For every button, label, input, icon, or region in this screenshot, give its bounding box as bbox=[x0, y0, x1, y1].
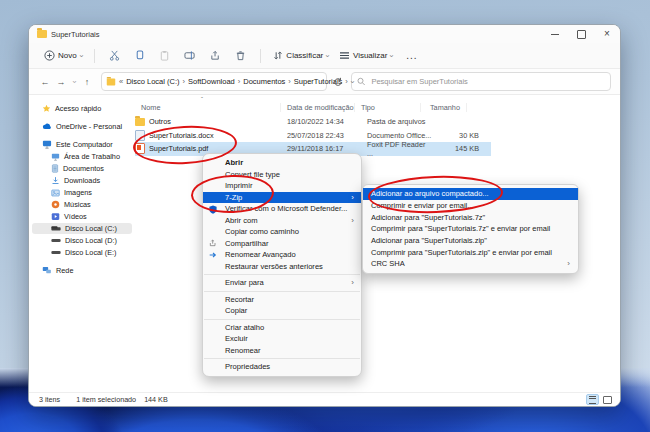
sidebar-item-este-computador[interactable]: Este Computador bbox=[32, 139, 132, 150]
menu-item-restaurar-versoes[interactable]: Restaurar versões anteriores bbox=[203, 261, 361, 273]
items-count: 3 itens bbox=[39, 395, 60, 404]
share-icon bbox=[209, 239, 217, 247]
up-button[interactable]: ↑ bbox=[79, 77, 95, 87]
new-button-label: Novo bbox=[58, 51, 77, 60]
breadcrumb-separator: › bbox=[288, 77, 291, 86]
menu-item-enviar-para[interactable]: Enviar para › bbox=[203, 277, 361, 289]
7zip-submenu: Adicionar ao arquivo compactado... Compr… bbox=[362, 184, 579, 274]
paste-button[interactable] bbox=[152, 47, 177, 64]
minimize-icon bbox=[551, 34, 559, 35]
sidebar-item-videos[interactable]: Vídeos bbox=[32, 211, 132, 222]
submenu-item-crc-sha[interactable]: CRC SHA › bbox=[363, 258, 578, 270]
sidebar-item-area-de-trabalho[interactable]: Área de Trabalho bbox=[32, 151, 132, 162]
refresh-button[interactable] bbox=[333, 77, 343, 87]
menu-item-convert-file-type[interactable]: Convert file type bbox=[203, 169, 361, 181]
menu-item-abrir-com[interactable]: Abrir com › bbox=[203, 215, 361, 227]
view-button[interactable]: Visualizar › bbox=[334, 48, 398, 63]
menu-item-copiar-como-caminho[interactable]: Copiar como caminho bbox=[203, 226, 361, 238]
document-icon bbox=[51, 164, 59, 173]
sidebar-item-documentos[interactable]: Documentos bbox=[32, 163, 132, 174]
music-icon bbox=[51, 200, 60, 209]
submenu-item-comprimir-zip-email[interactable]: Comprimir para "SuperTutoriais.zip" e en… bbox=[363, 246, 578, 258]
file-type: Foxit PDF Reader ... bbox=[361, 140, 433, 158]
cut-button[interactable] bbox=[102, 47, 127, 64]
network-icon bbox=[42, 266, 52, 275]
column-header-data[interactable]: Data de modificação bbox=[281, 103, 355, 112]
rename-button[interactable] bbox=[177, 47, 203, 64]
menu-item-renomear-avancado[interactable]: Renomear Avançado bbox=[203, 249, 361, 261]
breadcrumb-item-softdownload[interactable]: SoftDownload bbox=[188, 77, 235, 86]
sidebar-item-acesso-rapido[interactable]: Acesso rápido bbox=[32, 103, 132, 114]
toolbar-divider bbox=[260, 49, 261, 63]
recent-locations-button[interactable]: › bbox=[71, 77, 77, 87]
details-view-button[interactable] bbox=[586, 394, 599, 405]
forward-button[interactable]: → bbox=[53, 77, 69, 87]
sidebar-item-label: Área de Trabalho bbox=[64, 152, 120, 161]
menu-item-criar-atalho[interactable]: Criar atalho bbox=[203, 322, 361, 334]
more-options-button[interactable]: ... bbox=[406, 50, 417, 61]
share-button[interactable] bbox=[203, 47, 228, 64]
search-icon bbox=[357, 77, 365, 86]
menu-item-7zip[interactable]: 7-Zip › bbox=[203, 192, 361, 204]
breadcrumb-separator: › bbox=[183, 77, 186, 86]
column-header-tamanho[interactable]: Tamanho bbox=[421, 103, 467, 112]
sort-button[interactable]: Classificar › bbox=[268, 47, 334, 64]
submenu-item-comprimir-7z-email[interactable]: Comprimir para "SuperTutoriais.7z" e env… bbox=[363, 223, 578, 235]
breadcrumb-overflow[interactable]: « bbox=[119, 77, 123, 86]
close-icon: × bbox=[604, 29, 610, 39]
menu-item-abrir[interactable]: Abrir bbox=[203, 157, 361, 169]
menu-item-imprimir[interactable]: Imprimir bbox=[203, 180, 361, 192]
large-icons-view-button[interactable] bbox=[601, 394, 614, 405]
minimize-button[interactable] bbox=[542, 25, 568, 43]
sidebar-item-label: Documentos bbox=[63, 164, 104, 173]
sidebar-item-label: OneDrive - Personal bbox=[56, 122, 122, 131]
navigation-pane: Acesso rápido OneDrive - Personal Este C… bbox=[29, 95, 135, 392]
new-button[interactable]: Novo › bbox=[39, 47, 87, 64]
sidebar-item-disco-local-d[interactable]: Disco Local (D:) bbox=[32, 235, 132, 246]
sidebar-item-downloads[interactable]: Downloads bbox=[32, 175, 132, 186]
menu-item-propriedades[interactable]: Propriedades bbox=[203, 361, 361, 373]
menu-item-label: Renomear Avançado bbox=[225, 250, 296, 259]
window-title: SuperTutoriais bbox=[51, 30, 100, 39]
sidebar-item-disco-local-e[interactable]: Disco Local (E:) bbox=[32, 247, 132, 258]
copy-button[interactable] bbox=[127, 47, 152, 64]
back-button[interactable]: ← bbox=[37, 77, 53, 87]
menu-item-compartilhar[interactable]: Compartilhar bbox=[203, 238, 361, 250]
sidebar-item-musicas[interactable]: Músicas bbox=[32, 199, 132, 210]
search-input[interactable] bbox=[369, 76, 605, 87]
sidebar-item-imagens[interactable]: Imagens bbox=[32, 187, 132, 198]
close-button[interactable]: × bbox=[594, 25, 620, 43]
search-box[interactable] bbox=[351, 72, 611, 91]
chevron-down-icon: › bbox=[78, 54, 84, 57]
menu-item-defender[interactable]: Verificar com o Microsoft Defender... bbox=[203, 203, 361, 215]
column-header-tipo[interactable]: Tipo bbox=[355, 103, 421, 112]
menu-item-recortar[interactable]: Recortar bbox=[203, 294, 361, 306]
menu-item-excluir[interactable]: Excluir bbox=[203, 333, 361, 345]
sidebar-item-onedrive[interactable]: OneDrive - Personal bbox=[32, 121, 132, 132]
rename-advanced-icon bbox=[209, 251, 217, 259]
menu-item-copiar[interactable]: Copiar bbox=[203, 305, 361, 317]
delete-button[interactable] bbox=[228, 47, 253, 64]
image-icon bbox=[51, 189, 60, 197]
file-row-outros[interactable]: Outros 18/10/2022 14:34 Pasta de arquivo… bbox=[135, 115, 620, 129]
breadcrumb-item-documentos[interactable]: Documentos bbox=[243, 77, 285, 86]
sidebar-item-rede[interactable]: Rede bbox=[32, 265, 132, 276]
maximize-button[interactable] bbox=[568, 25, 594, 43]
breadcrumb[interactable]: « Disco Local (C:) › SoftDownload › Docu… bbox=[101, 72, 327, 91]
column-header-nome[interactable]: Nome bbox=[135, 103, 281, 112]
submenu-item-label: CRC SHA bbox=[371, 259, 405, 268]
drive-icon bbox=[51, 238, 61, 243]
selection-count: 1 item selecionado bbox=[76, 395, 136, 404]
breadcrumb-item-disco-local-c[interactable]: Disco Local (C:) bbox=[126, 77, 179, 86]
maximize-icon bbox=[577, 30, 586, 39]
sidebar-item-disco-local-c[interactable]: Disco Local (C:) bbox=[32, 223, 132, 234]
submenu-item-adicionar-7z[interactable]: Adicionar para "SuperTutoriais.7z" bbox=[363, 211, 578, 223]
file-name: SuperTutoriais.docx bbox=[149, 131, 214, 140]
submenu-item-comprimir-email[interactable]: Comprimir e enviar por email... bbox=[363, 200, 578, 212]
submenu-item-adicionar-zip[interactable]: Adicionar para "SuperTutoriais.zip" bbox=[363, 235, 578, 247]
download-icon bbox=[51, 176, 60, 185]
submenu-item-adicionar-ao-arquivo[interactable]: Adicionar ao arquivo compactado... bbox=[363, 188, 578, 200]
address-dropdown-icon[interactable]: › bbox=[349, 80, 355, 83]
menu-item-renomear[interactable]: Renomear bbox=[203, 345, 361, 357]
file-name: SuperTutoriais.pdf bbox=[149, 144, 208, 153]
